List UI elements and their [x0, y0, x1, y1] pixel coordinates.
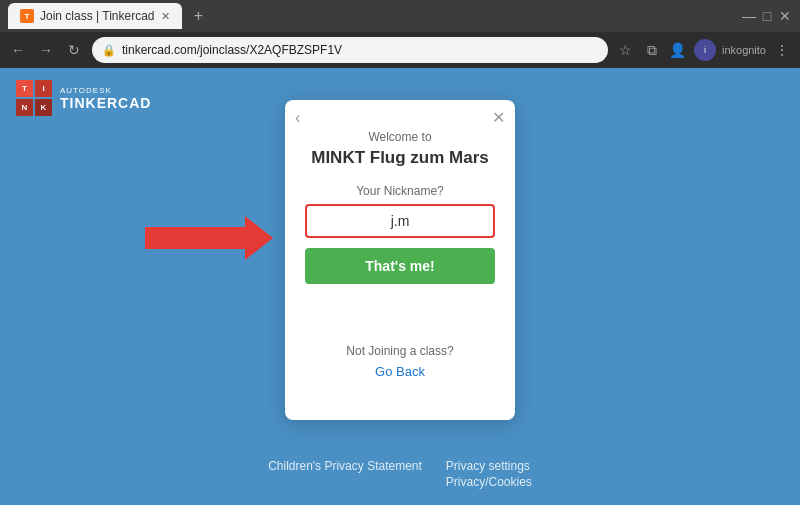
new-tab-button[interactable]: +	[186, 3, 212, 29]
logo-text: AUTODESK TINKERCAD	[60, 86, 151, 111]
bookmark-icon[interactable]: ☆	[616, 40, 636, 60]
children-privacy-link[interactable]: Children's Privacy Statement	[268, 459, 422, 489]
logo-cell-tr: I	[35, 80, 52, 97]
join-class-dialog: ‹ ✕ Welcome to MINKT Flug zum Mars Your …	[285, 100, 515, 420]
tab-title: Join class | Tinkercad	[40, 9, 155, 23]
page-content: T I N K AUTODESK TINKERCAD ‹ ✕ Welcome t…	[0, 68, 800, 505]
menu-icon[interactable]: ⋮	[772, 40, 792, 60]
dialog-close-button[interactable]: ✕	[492, 110, 505, 126]
arrow-annotation	[145, 216, 273, 260]
logo-tinkercad: TINKERCAD	[60, 95, 151, 111]
profile-picture-icon[interactable]: 👤	[668, 40, 688, 60]
url-text: tinkercad.com/joinclass/X2AQFBZSPF1V	[122, 43, 342, 57]
extension-icon[interactable]: ⧉	[642, 40, 662, 60]
url-box[interactable]: 🔒 tinkercad.com/joinclass/X2AQFBZSPF1V	[92, 37, 608, 63]
not-joining-text: Not Joining a class?	[305, 344, 495, 358]
window-controls: — □ ✕	[742, 9, 792, 23]
incognito-label: inkognito	[722, 44, 766, 56]
nickname-label: Your Nickname?	[305, 184, 495, 198]
back-button[interactable]: ←	[8, 42, 28, 58]
page-footer: Children's Privacy Statement Privacy set…	[268, 459, 532, 489]
close-window-button[interactable]: ✕	[778, 9, 792, 23]
welcome-text: Welcome to	[305, 130, 495, 144]
thats-me-button[interactable]: That's me!	[305, 248, 495, 284]
reload-button[interactable]: ↻	[64, 42, 84, 58]
nickname-input[interactable]	[305, 204, 495, 238]
address-bar: ← → ↻ 🔒 tinkercad.com/joinclass/X2AQFBZS…	[0, 32, 800, 68]
account-icon[interactable]: i	[694, 39, 716, 61]
toolbar-icons: ☆ ⧉ 👤 i inkognito ⋮	[616, 39, 792, 61]
tab-favicon: T	[20, 9, 34, 23]
privacy-settings-link[interactable]: Privacy settings	[446, 459, 532, 473]
browser-chrome: T Join class | Tinkercad ✕ + — □ ✕ ← → ↻…	[0, 0, 800, 68]
tinkercad-logo: T I N K AUTODESK TINKERCAD	[16, 80, 151, 116]
logo-cell-bl: N	[16, 99, 33, 116]
logo-cell-br: K	[35, 99, 52, 116]
forward-button[interactable]: →	[36, 42, 56, 58]
tab-bar: T Join class | Tinkercad ✕ + — □ ✕	[0, 0, 800, 32]
arrow-head	[245, 216, 273, 260]
dialog-back-button[interactable]: ‹	[295, 110, 300, 126]
tab-close-button[interactable]: ✕	[161, 10, 170, 23]
maximize-button[interactable]: □	[760, 9, 774, 23]
minimize-button[interactable]: —	[742, 9, 756, 23]
logo-grid: T I N K	[16, 80, 52, 116]
arrow-shaft	[145, 227, 245, 249]
active-tab[interactable]: T Join class | Tinkercad ✕	[8, 3, 182, 29]
ssl-lock-icon: 🔒	[102, 44, 116, 57]
privacy-cookies-link[interactable]: Privacy/Cookies	[446, 475, 532, 489]
logo-cell-tl: T	[16, 80, 33, 97]
go-back-link[interactable]: Go Back	[375, 364, 425, 379]
account-avatar: i	[704, 45, 706, 55]
class-name: MINKT Flug zum Mars	[305, 148, 495, 168]
dialog-footer: Not Joining a class? Go Back	[305, 344, 495, 380]
logo-autodesk: AUTODESK	[60, 86, 151, 95]
footer-right: Privacy settings Privacy/Cookies	[446, 459, 532, 489]
